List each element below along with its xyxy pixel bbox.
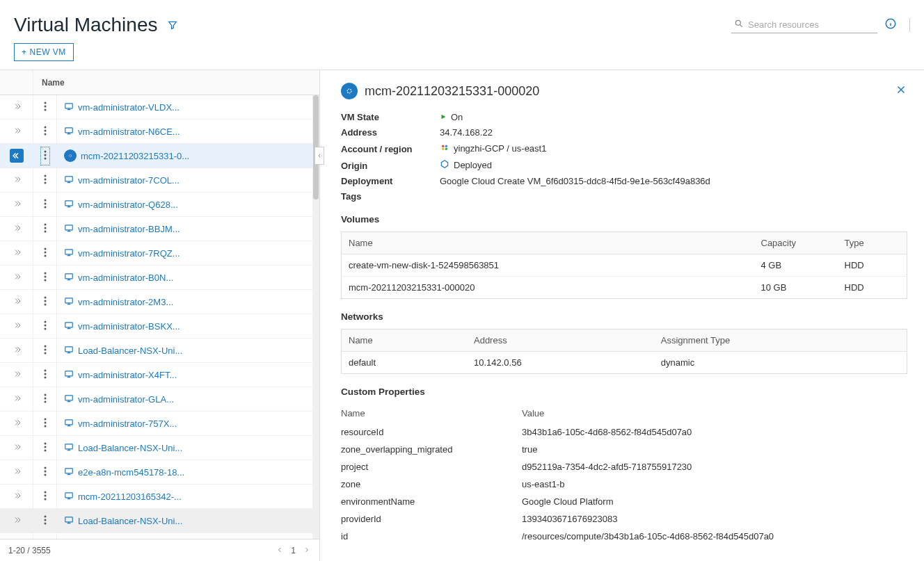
table-row[interactable]: vm-administrator-7RQZ... (0, 241, 319, 266)
row-actions-button[interactable] (41, 99, 49, 116)
networks-col-address[interactable]: Address (467, 330, 654, 352)
table-row[interactable]: vm-administrator-757X... (0, 412, 319, 436)
row-actions-button[interactable] (41, 318, 49, 335)
row-actions-button[interactable] (41, 220, 49, 238)
new-vm-label: NEW VM (30, 47, 66, 57)
volumes-col-type[interactable]: Type (838, 232, 907, 254)
row-expand-button[interactable] (13, 321, 21, 332)
table-row[interactable]: vm-administrator-N6CE... (0, 120, 319, 144)
vm-link[interactable]: vm-administrator-7RQZ... (78, 248, 180, 259)
row-expand-button[interactable] (13, 491, 21, 502)
vm-link[interactable]: Load-Balancer-NSX-Uni... (78, 345, 182, 356)
vm-state-value: On (451, 112, 463, 122)
table-row[interactable]: e2e-a8n-mcm545178-18... (0, 460, 319, 485)
table-row[interactable]: vm-administrator-BBJM... (0, 217, 319, 241)
table-row[interactable]: vm-administrator-X4FT... (0, 363, 319, 387)
table-row[interactable]: TinyWin7-LinkedClone-... (0, 533, 319, 539)
row-expand-button[interactable] (13, 370, 21, 380)
vm-link[interactable]: vm-administrator-BSKX... (78, 321, 180, 332)
row-expand-button[interactable] (13, 345, 21, 356)
table-row[interactable]: vm-administrator-B0N... (0, 266, 319, 290)
info-icon[interactable] (884, 17, 897, 33)
table-row[interactable]: vm-administrator-VLDX... (0, 95, 319, 120)
vm-icon (64, 442, 74, 454)
row-expand-button[interactable] (13, 297, 21, 307)
table-row[interactable]: vm-administrator-GLA... (0, 387, 319, 412)
row-actions-button[interactable] (40, 147, 50, 165)
row-actions-button[interactable] (41, 439, 49, 457)
row-expand-button[interactable] (13, 418, 21, 429)
split-handle[interactable] (314, 147, 324, 165)
vm-link[interactable]: mcm-20211203215331-0... (81, 151, 189, 161)
vm-link[interactable]: vm-administrator-B0N... (78, 273, 173, 283)
table-row[interactable]: Load-Balancer-NSX-Uni... (0, 509, 319, 533)
svg-point-27 (44, 251, 46, 253)
table-row: mcm-20211203215331-00002010 GBHDD (342, 277, 907, 299)
row-actions-button[interactable] (41, 342, 49, 359)
vm-link[interactable]: Load-Balancer-NSX-Uni... (78, 443, 182, 453)
row-expand-button[interactable] (13, 394, 21, 405)
row-expand-button[interactable] (13, 273, 21, 283)
row-actions-button[interactable] (41, 366, 49, 384)
row-expand-button[interactable] (13, 175, 21, 186)
table-row[interactable]: vm-administrator-BSKX... (0, 314, 319, 339)
row-expand-button[interactable] (13, 102, 21, 113)
table-row[interactable]: Load-Balancer-NSX-Uni... (0, 436, 319, 460)
vm-link[interactable]: vm-administrator-757X... (78, 418, 177, 429)
vm-link[interactable]: vm-administrator-VLDX... (78, 102, 180, 113)
row-actions-button[interactable] (41, 512, 49, 530)
row-actions-button[interactable] (41, 464, 49, 481)
table-row[interactable]: mcm-20211203215331-0... (0, 144, 319, 168)
vm-link[interactable]: Load-Balancer-NSX-Uni... (78, 516, 182, 526)
filter-icon[interactable] (167, 19, 178, 31)
vm-link[interactable]: mcm-20211203165342-... (78, 491, 182, 502)
row-actions-button[interactable] (41, 415, 49, 432)
row-actions-button[interactable] (41, 245, 49, 262)
row-expand-button[interactable] (13, 467, 21, 478)
page-prev-button[interactable] (276, 545, 284, 556)
svg-point-70 (44, 515, 46, 517)
vm-link[interactable]: vm-administrator-GLA... (78, 394, 174, 405)
prop-name: providerId (341, 510, 522, 528)
svg-point-79 (442, 145, 445, 148)
list-column-name[interactable]: Name (33, 78, 319, 88)
vm-icon (64, 320, 74, 332)
new-vm-button[interactable]: + NEW VM (14, 43, 74, 61)
row-expand-button[interactable] (13, 200, 21, 210)
networks-col-name[interactable]: Name (342, 330, 467, 352)
row-actions-button[interactable] (41, 123, 49, 140)
row-actions-button[interactable] (41, 172, 49, 189)
vm-link[interactable]: vm-administrator-X4FT... (78, 370, 177, 380)
table-row[interactable]: vm-administrator-Q628... (0, 193, 319, 217)
row-expand-button[interactable] (13, 248, 21, 259)
volumes-col-name[interactable]: Name (342, 232, 754, 254)
vm-link[interactable]: vm-administrator-2M3... (78, 297, 173, 307)
vm-icon (64, 515, 74, 527)
row-actions-button[interactable] (41, 488, 49, 505)
row-expand-button[interactable] (13, 516, 21, 526)
row-expand-button[interactable] (13, 127, 21, 137)
vm-link[interactable]: vm-administrator-N6CE... (78, 127, 180, 137)
table-row[interactable]: Load-Balancer-NSX-Uni... (0, 339, 319, 363)
row-actions-button[interactable] (41, 269, 49, 286)
close-button[interactable] (895, 83, 907, 99)
row-expand-button[interactable] (10, 149, 24, 163)
row-actions-button[interactable] (41, 196, 49, 213)
row-expand-button[interactable] (13, 443, 21, 453)
vm-link[interactable]: vm-administrator-Q628... (78, 200, 178, 210)
search-input[interactable] (748, 19, 875, 30)
table-row[interactable]: vm-administrator-2M3... (0, 290, 319, 314)
vm-link[interactable]: vm-administrator-7COL... (78, 175, 180, 186)
vm-link[interactable]: vm-administrator-BBJM... (78, 224, 180, 234)
table-row[interactable]: vm-administrator-7COL... (0, 168, 319, 193)
table-row[interactable]: mcm-20211203165342-... (0, 485, 319, 509)
search-box[interactable] (731, 17, 877, 33)
vm-link[interactable]: e2e-a8n-mcm545178-18... (78, 467, 184, 478)
row-actions-button[interactable] (41, 293, 49, 311)
page-next-button[interactable] (303, 545, 311, 556)
networks-col-assignment[interactable]: Assignment Type (654, 330, 907, 352)
row-expand-button[interactable] (13, 224, 21, 234)
volumes-col-capacity[interactable]: Capacity (754, 232, 838, 254)
svg-rect-37 (65, 298, 73, 302)
row-actions-button[interactable] (41, 391, 49, 408)
